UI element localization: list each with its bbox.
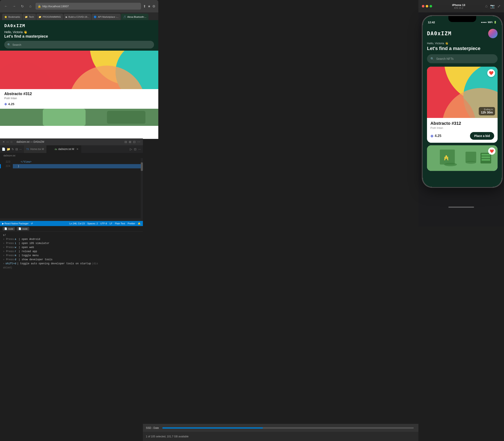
more-actions-icon[interactable]: ···	[138, 147, 141, 151]
spaces[interactable]: Spaces: 2	[87, 222, 98, 225]
more-icon[interactable]: ···	[19, 147, 22, 151]
vscode-titlebar: ✕ — □ da0xizm.txt — DA0xIZM ⊟ ⊞ ⊡ ⋯	[0, 139, 143, 145]
nft-title-1: Abstracto #312	[4, 92, 154, 96]
rotate-icon[interactable]: ⤢	[497, 4, 501, 9]
extension-icon[interactable]: ⚙	[152, 4, 155, 8]
svg-rect-7	[107, 111, 146, 124]
scrollbar-thumb	[141, 162, 143, 171]
tab-home-tsx[interactable]: TS Home.tsx M	[24, 145, 47, 153]
line-ending[interactable]: LF	[110, 222, 112, 225]
covid-favicon: ▶	[66, 16, 67, 18]
iphone-search-icon: 🔍	[430, 57, 434, 61]
nft-card-1[interactable]: Abstracto #312 Putri Intan ◈ 4.25	[0, 51, 158, 109]
line-num-224: 224	[2, 164, 10, 168]
svg-rect-20	[482, 154, 490, 156]
screenshot-icon[interactable]: 📷	[490, 4, 495, 9]
iphone-eth-icon: ◈	[430, 134, 433, 138]
home-button-icon[interactable]: ⌂	[485, 4, 487, 9]
tab-covid[interactable]: ▶ Build a COVID-19...	[64, 14, 91, 20]
more-options-icon[interactable]: ⋯	[137, 140, 140, 143]
api-favicon: 🔵	[94, 16, 97, 18]
iphone-nft-card-1[interactable]: ❤️ Ending in 12h 30m Abstracto #312 Putr…	[427, 67, 498, 143]
process-node-1[interactable]: 📄 node	[2, 227, 15, 231]
tab-da0xizm-txt[interactable]: da da0xizm.txt M ✕	[52, 145, 81, 153]
refresh-icon[interactable]: ↻	[12, 147, 14, 151]
ending-time: 12h 30m	[481, 111, 493, 114]
home-button[interactable]: ⌂	[27, 3, 33, 9]
prettier[interactable]: Prettier	[128, 222, 135, 225]
statusbar-right: Ln 246, Col 23 Spaces: 2 UTF-8 LF Plain …	[69, 222, 141, 225]
back-button[interactable]: ←	[3, 3, 9, 9]
notification-icon[interactable]: 🔔	[138, 222, 141, 225]
tab-da-label: da0xizm.txt M	[58, 148, 74, 151]
code-line-224: )	[13, 164, 141, 168]
tab-bookmarks[interactable]: ⭐ Bookmarks	[2, 14, 22, 20]
process-node-2[interactable]: 📄 node	[17, 227, 29, 231]
new-file-icon[interactable]: 📄	[2, 147, 5, 151]
programming-favicon: 📁	[38, 16, 41, 18]
iphone-avatar[interactable]	[488, 29, 498, 38]
terminal-line-8b: abled)	[3, 266, 140, 270]
place-bid-button[interactable]: Place a bid	[470, 132, 494, 140]
heart-button-2[interactable]: ❤️	[488, 147, 495, 155]
iphone-title: Let's find a masterpiece	[427, 46, 498, 51]
browser-actions: ⬆ ★ ⚙	[143, 4, 155, 8]
iphone-nft-card-2[interactable]: ₳ ❤️	[427, 145, 498, 171]
react-native-packager[interactable]: ▶ React Native Packager	[2, 222, 29, 225]
simulator-actions: ⌂ 📷 ⤢	[485, 4, 501, 9]
address-bar[interactable]: 🔒 http://localhost:19007	[35, 3, 141, 10]
terminal-line-7: › Press d | show developer tools	[3, 258, 140, 262]
browser-toolbar: ← → ↻ ⌂ 🔒 http://localhost:19007 ⬆ ★ ⚙	[0, 0, 158, 12]
forward-button[interactable]: →	[11, 3, 17, 9]
tab-label: PROGRAMMING	[43, 16, 61, 18]
vscode-window-controls: ✕ — □	[2, 140, 12, 143]
traffic-lights	[422, 5, 432, 7]
close-icon[interactable]: ✕	[2, 140, 5, 143]
app-search-bar[interactable]: 🔍 Search	[4, 41, 154, 48]
iphone-search[interactable]: 🔍 Search NFTs	[427, 54, 498, 63]
close-traffic-light[interactable]	[422, 5, 424, 7]
iphone-nft-title-1: Abstracto #312	[430, 121, 494, 126]
tab-programming[interactable]: 📁 PROGRAMMING	[36, 14, 63, 20]
tab-label: Build a COVID-19...	[68, 16, 89, 18]
iphone-nft-artist-1: Putri Intan	[430, 126, 494, 129]
terminal-line-9: › Press ? | show all commands	[3, 270, 140, 270]
minimize-traffic-light[interactable]	[426, 5, 428, 7]
code-editor[interactable]: </View> )	[13, 158, 141, 218]
maximize-traffic-light[interactable]	[430, 5, 432, 7]
maximize-icon[interactable]: □	[11, 140, 12, 143]
editor-toolbar: 📄 📁 ↻ ⊟ ···	[0, 145, 24, 153]
app-browser-content: DA0xIZM Hello, Victoria 👋 Let's find a m…	[0, 20, 158, 139]
finder-status: 1 of 105 selected, 101.7 GB available	[143, 432, 419, 441]
collapse-icon[interactable]: ⊟	[16, 147, 18, 151]
encoding[interactable]: UTF-8	[100, 222, 107, 225]
app-subtitle: Let's find a masterpiece	[4, 34, 154, 39]
layout-icon[interactable]: ⊡	[133, 140, 136, 143]
share-icon[interactable]: ⬆	[143, 4, 146, 8]
terminal-line-3: › Press i | open iOS simulator	[3, 241, 140, 246]
eth-icon-1: ◈	[4, 102, 7, 106]
reload-button[interactable]: ↻	[19, 3, 25, 9]
ln-col[interactable]: Ln 246, Col 23	[69, 222, 85, 225]
heart-button-1[interactable]: ❤️	[487, 69, 495, 77]
run-icon[interactable]: ▷	[130, 147, 132, 151]
terminal-line-6: › Press m | toggle menu	[3, 254, 140, 258]
nft-image-1	[0, 51, 158, 89]
file-type[interactable]: Plain Text	[115, 222, 125, 225]
new-folder-icon[interactable]: 📁	[7, 147, 10, 151]
tab-home-label: Home.tsx M	[30, 148, 44, 151]
process-icon-2: 📄	[18, 227, 21, 230]
editor-scrollbar[interactable]	[141, 158, 143, 218]
minimize-icon[interactable]: —	[6, 140, 9, 143]
price-value-1: 4.25	[8, 102, 14, 106]
bookmark-icon[interactable]: ★	[148, 4, 151, 8]
tab-tech[interactable]: 📁 Tech	[23, 14, 36, 20]
reload-icon[interactable]: ↺	[31, 222, 33, 225]
split-horizontal-icon[interactable]: ⊞	[129, 140, 131, 143]
tab-alexa[interactable]: 🎵 Alexa Bluetooth:...	[121, 14, 149, 20]
split-editor-icon[interactable]: ⊡	[134, 147, 136, 151]
split-vertical-icon[interactable]: ⊟	[124, 140, 127, 143]
tab-close-icon[interactable]: ✕	[76, 148, 79, 151]
tab-api[interactable]: 🔵 API Marketplace -...	[92, 14, 121, 20]
process-label-2: node	[22, 228, 27, 230]
